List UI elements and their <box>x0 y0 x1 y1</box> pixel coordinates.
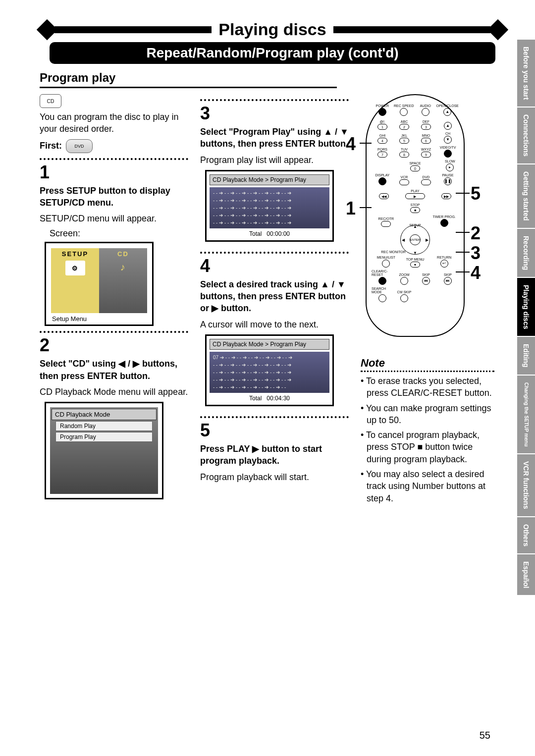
first-label: First: <box>40 141 62 151</box>
tab-getting-started[interactable]: Getting started <box>517 164 535 229</box>
cd-disc-icon: CD <box>40 94 61 108</box>
tab-editing[interactable]: Editing <box>517 337 535 375</box>
chapter-title: Playing discs <box>212 20 333 39</box>
step-1-number: 1 <box>40 162 188 183</box>
list-header: CD Playback Mode <box>52 409 157 420</box>
column-left: CD You can program the disc to play in y… <box>40 94 188 507</box>
section-banner: Repeat/Random/Program play (cont'd) <box>50 42 495 64</box>
power-button-icon <box>378 108 386 116</box>
setup-screen: SETUP ⚙ CD ♪ Setup Menu <box>45 242 154 326</box>
list-option: Program Play <box>55 432 153 442</box>
note-item: To erase tracks you selected, press CLEA… <box>361 375 499 399</box>
divider <box>40 158 188 160</box>
section-title: Program play <box>40 71 337 88</box>
program-play-screen-1: CD Playback Mode > Program Play - - ➔ - … <box>205 170 334 242</box>
divider <box>200 99 349 101</box>
tab-vcr-functions[interactable]: VCR functions <box>517 454 535 517</box>
step-4-head: Select a desired track using ▲ / ▼ butto… <box>200 278 349 315</box>
screen-caption: Setup Menu <box>51 313 147 323</box>
tab-setup-menu[interactable]: Changing the SETUP menu <box>517 376 535 454</box>
callout-3: 3 <box>471 243 481 264</box>
step-3-body: Program play list will appear. <box>200 154 349 166</box>
breadcrumb: CD Playback Mode > Program Play <box>210 339 329 350</box>
note-list: To erase tracks you selected, press CLEA… <box>361 375 499 504</box>
tab-connections[interactable]: Connections <box>517 108 535 164</box>
column-right: POWER REC SPEED AUDIO OPEN/CLOSE▲ @!:1 A… <box>361 94 505 507</box>
step-5-number: 5 <box>200 420 349 441</box>
tab-others[interactable]: Others <box>517 517 535 554</box>
total-row: Total 00:00:00 <box>210 228 329 237</box>
step-5-body: Program playback will start. <box>200 471 349 483</box>
divider <box>200 416 349 418</box>
recspeed-button-icon <box>400 108 408 116</box>
note-box: Note To erase tracks you selected, press… <box>361 357 499 504</box>
setup-tab: SETUP ⚙ <box>51 248 99 313</box>
openclose-button-icon: ▲ <box>443 108 451 116</box>
intro-text: You can program the disc to play in your… <box>40 111 188 135</box>
note-item: You can make program settings up to 50. <box>361 402 499 427</box>
list-option: Random Play <box>55 421 153 431</box>
column-middle: 3 Select "Program Play" using ▲ / ▼ butt… <box>200 94 349 507</box>
breadcrumb: CD Playback Mode > Program Play <box>210 174 329 185</box>
note-item: To cancel program playback, press STOP ■… <box>361 429 499 465</box>
callout-4: 4 <box>346 134 356 155</box>
step-2-body: CD Playback Mode menu will appear. <box>40 386 188 398</box>
diamond-left-icon <box>37 19 57 40</box>
step-2-number: 2 <box>40 335 188 356</box>
step-3-head: Select "Program Play" using ▲ / ▼ button… <box>200 126 349 150</box>
tab-playing-discs[interactable]: Playing discs <box>517 278 535 337</box>
step-1-head: Press SETUP button to display SETUP/CD m… <box>40 185 188 209</box>
divider <box>40 331 188 333</box>
diamond-right-icon <box>487 19 508 40</box>
program-play-screen-2: CD Playback Mode > Program Play 07 ➔ - -… <box>205 334 334 406</box>
callout-1: 1 <box>346 198 356 219</box>
divider <box>200 252 349 254</box>
cd-tab: CD ♪ <box>99 248 147 313</box>
callout-2: 2 <box>471 223 481 244</box>
tab-espanol[interactable]: Español <box>517 554 535 596</box>
step-4-body: A cursor will move to the next. <box>200 319 349 330</box>
callout-5: 5 <box>471 183 481 204</box>
nav-pad-icon: ▲ ▼ ◀ ▶ ENTER <box>400 225 430 255</box>
total-row: Total 00:04:30 <box>210 393 329 402</box>
chapter-banner: Playing discs <box>40 20 505 39</box>
tab-before-you-start[interactable]: Before you start <box>517 40 535 108</box>
note-title: Note <box>361 357 499 370</box>
dvd-power-icon: DVD <box>66 139 93 153</box>
page-number: 55 <box>480 730 490 741</box>
screen-label: Screen: <box>50 228 188 239</box>
cd-playback-screen: CD Playback Mode Random Play Program Pla… <box>45 402 163 499</box>
step-3-number: 3 <box>200 103 349 124</box>
remote-control-illustration: POWER REC SPEED AUDIO OPEN/CLOSE▲ @!:1 A… <box>366 94 465 337</box>
side-tabs: Before you start Connections Getting sta… <box>517 40 535 596</box>
tab-recording[interactable]: Recording <box>517 229 535 278</box>
step-4-number: 4 <box>200 256 349 276</box>
step-2-head: Select "CD" using ◀ / ▶ buttons, then pr… <box>40 358 188 382</box>
step-1-body: SETUP/CD menu will appear. <box>40 213 188 224</box>
note-item: You may also select a desired track usin… <box>361 468 499 504</box>
audio-button-icon <box>422 108 429 116</box>
callout-4b: 4 <box>471 263 481 283</box>
step-5-head: Press PLAY ▶ button to start program pla… <box>200 443 349 467</box>
